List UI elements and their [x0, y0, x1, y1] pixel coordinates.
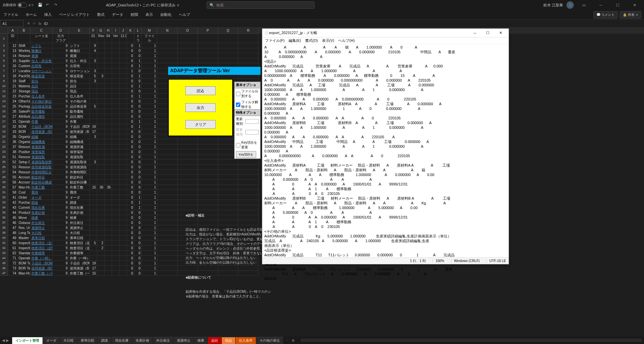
notepad-titlebar[interactable]: 📄 export_20231227_jp - メモ帳 ─ ☐ ✕ — [262, 29, 509, 37]
cell[interactable] — [105, 139, 112, 144]
cell[interactable] — [112, 58, 119, 63]
cell[interactable]: 19 — [90, 124, 97, 129]
cell[interactable]: 1 — [142, 205, 157, 210]
cell[interactable] — [97, 175, 105, 180]
cell[interactable] — [97, 256, 105, 261]
cell[interactable]: 9 — [53, 210, 69, 215]
cell[interactable]: 3 — [90, 68, 97, 74]
sheet-tab[interactable]: 基準日程 — [77, 337, 98, 344]
cell[interactable]: Operation — [18, 119, 30, 124]
cell[interactable] — [90, 220, 97, 225]
cell[interactable] — [97, 210, 105, 215]
cell[interactable]: 9 — [53, 43, 69, 48]
cell[interactable]: 資源所属 — [69, 144, 90, 149]
cell[interactable]: Master Pla — [18, 235, 30, 240]
cell[interactable]: 子品目（BOM — [69, 261, 90, 266]
cell[interactable]: Resource S — [18, 165, 30, 170]
row-header[interactable]: 26 — [0, 165, 8, 170]
cell[interactable] — [119, 79, 127, 84]
cell[interactable] — [112, 124, 119, 129]
cell[interactable]: 生産計画 — [30, 210, 53, 215]
cell[interactable]: 0 — [134, 104, 142, 109]
cell[interactable]: 9 — [53, 79, 69, 84]
cell[interactable]: 1 — [142, 220, 157, 225]
column-header[interactable]: K — [127, 28, 134, 34]
cell[interactable]: 0 — [127, 79, 134, 84]
cell[interactable]: 0 — [127, 261, 134, 266]
cell[interactable]: WorkingDay — [18, 48, 30, 53]
cell[interactable]: 49 — [8, 235, 18, 240]
cell[interactable]: その他の単 — [69, 99, 90, 104]
cell[interactable]: 9 — [53, 240, 69, 246]
row-header[interactable]: 34 — [0, 205, 8, 210]
cell[interactable] — [157, 48, 178, 53]
cell[interactable]: 9 — [53, 144, 69, 149]
cell[interactable] — [105, 99, 112, 104]
cell[interactable]: 使用資源（BOR）（一 — [30, 266, 53, 271]
cell[interactable] — [178, 144, 198, 149]
cell[interactable] — [105, 160, 112, 165]
row-header[interactable]: 37 — [0, 220, 8, 225]
cell[interactable]: SalesPrice — [18, 109, 30, 114]
cell[interactable]: 9 — [53, 134, 69, 139]
cell[interactable]: 組織 — [30, 134, 53, 139]
cell[interactable]: Ver — [112, 34, 119, 43]
cell[interactable] — [90, 246, 97, 251]
cell[interactable]: 0 — [127, 43, 134, 48]
cell[interactable] — [97, 271, 105, 276]
cell[interactable] — [198, 165, 218, 170]
cell[interactable]: 0 — [134, 175, 142, 180]
cell[interactable]: 作業工数 — [30, 185, 53, 190]
key-field-checkbox[interactable]: Key項目を変更 — [235, 140, 260, 150]
cell[interactable] — [97, 170, 105, 175]
cell[interactable] — [97, 235, 105, 240]
cell[interactable]: 0 — [134, 149, 142, 154]
cell[interactable] — [105, 89, 112, 94]
cell[interactable] — [178, 195, 198, 200]
cell[interactable]: 9 — [53, 99, 69, 104]
sheet-tab[interactable]: 現品 — [222, 337, 235, 344]
cell[interactable]: 資源 — [30, 53, 53, 58]
cell[interactable] — [97, 266, 105, 271]
cell[interactable]: 資源段取状態 — [30, 160, 53, 165]
cell[interactable]: 保管場所 — [30, 149, 53, 154]
ribbon-tab-3[interactable]: ページ レイアウト — [58, 11, 90, 19]
cell[interactable] — [112, 165, 119, 170]
cell[interactable] — [112, 84, 119, 89]
cell[interactable] — [90, 180, 97, 185]
cell[interactable] — [97, 149, 105, 154]
cell[interactable]: 9 — [53, 205, 69, 210]
cell[interactable]: Shift — [18, 43, 30, 48]
cell[interactable]: 22 — [8, 89, 18, 94]
cell[interactable] — [238, 48, 259, 53]
cell[interactable]: 9 — [53, 235, 69, 240]
cell[interactable]: 12.04 — [119, 34, 127, 43]
cell[interactable] — [157, 271, 178, 276]
maximize-icon[interactable]: ☐ — [611, 1, 624, 9]
cell[interactable]: 9 — [53, 266, 69, 271]
cell[interactable]: 組織構成 — [30, 139, 53, 144]
cell[interactable] — [112, 43, 119, 48]
cell[interactable]: 1 — [134, 94, 142, 99]
cell[interactable]: 子品目（BOM）（一時 — [30, 261, 53, 266]
cell[interactable] — [97, 84, 105, 89]
cell[interactable] — [198, 175, 218, 180]
cell[interactable]: 0 — [127, 215, 134, 220]
row-header[interactable]: 44 — [0, 256, 8, 261]
cell[interactable] — [97, 205, 105, 210]
cell[interactable]: BOR — [18, 129, 30, 134]
notepad-menu-item[interactable]: 編集(E) — [289, 38, 301, 43]
cell[interactable]: 0 — [127, 104, 134, 109]
cell[interactable]: ロケーション — [69, 68, 90, 74]
confirm-icon[interactable]: ✓ — [33, 21, 36, 26]
cell[interactable] — [178, 190, 198, 195]
cell[interactable] — [178, 170, 198, 175]
cell[interactable]: 使用資源段取 — [30, 165, 53, 170]
cell[interactable] — [157, 139, 178, 144]
cell[interactable]: 販売価格 — [69, 109, 90, 114]
cell[interactable] — [198, 154, 218, 160]
cell[interactable]: 出荷先 — [69, 63, 90, 68]
cell[interactable]: 1 — [142, 200, 157, 205]
row-header[interactable]: 43 — [0, 251, 8, 256]
cell[interactable]: 品目属性 — [30, 114, 53, 119]
